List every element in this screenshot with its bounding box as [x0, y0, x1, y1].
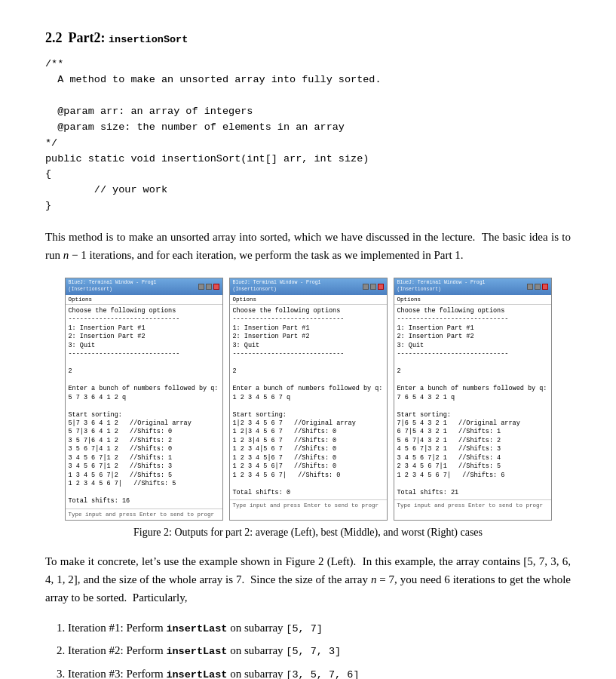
terminal-menu-left[interactable]: Options [66, 295, 222, 305]
body-paragraph-2: To make it concrete, let’s use the examp… [45, 552, 571, 607]
terminal-titlebar-left: BlueJ: Terminal Window - Prog1 (Insertio… [66, 278, 222, 295]
terminal-window-middle: BlueJ: Terminal Window - Prog1 (Insertio… [229, 278, 388, 521]
figure-container: BlueJ: Terminal Window - Prog1 (Insertio… [45, 278, 571, 521]
terminal-window-right: BlueJ: Terminal Window - Prog1 (Insertio… [394, 278, 552, 521]
terminal-input-middle[interactable]: Type input and press Enter to send to pr… [230, 499, 387, 511]
terminal-buttons-middle [363, 284, 384, 290]
terminal-menu-right[interactable]: Options [394, 295, 551, 305]
list-item: Iteration #1: Perform insertLast on suba… [68, 619, 571, 638]
section-title-label: Part2: insertionSort [69, 30, 188, 46]
method-name: insertLast [166, 668, 227, 679]
terminal-body-middle: Choose the following options -----------… [230, 305, 387, 499]
method-name: insertLast [166, 644, 227, 656]
maximize-icon-left[interactable] [206, 284, 212, 290]
terminal-menu-middle[interactable]: Options [230, 295, 387, 305]
minimize-icon-middle[interactable] [363, 284, 369, 290]
list-item: Iteration #3: Perform insertLast on suba… [68, 665, 571, 679]
minimize-icon-left[interactable] [198, 284, 204, 290]
terminal-title-middle: BlueJ: Terminal Window - Prog1 (Insertio… [233, 280, 363, 293]
terminal-title-left: BlueJ: Terminal Window - Prog1 (Insertio… [69, 280, 198, 293]
section-heading: 2.2 Part2: insertionSort [45, 30, 571, 46]
maximize-icon-middle[interactable] [370, 284, 376, 290]
figure-caption: Figure 2: Outputs for part 2: average (L… [45, 527, 571, 539]
close-icon-right[interactable] [542, 284, 548, 290]
iteration-list: Iteration #1: Perform insertLast on suba… [68, 619, 571, 679]
body-paragraph-1: This method is to make an unsorted array… [45, 228, 571, 264]
section-number: 2.2 [45, 30, 63, 46]
terminal-titlebar-middle: BlueJ: Terminal Window - Prog1 (Insertio… [230, 278, 387, 295]
terminal-body-left: Choose the following options -----------… [66, 305, 222, 508]
terminal-input-left[interactable]: Type input and press Enter to send to pr… [66, 508, 222, 520]
close-icon-left[interactable] [213, 284, 219, 290]
terminal-buttons-left [198, 284, 219, 290]
maximize-icon-right[interactable] [535, 284, 541, 290]
terminal-body-right: Choose the following options -----------… [394, 305, 551, 499]
terminal-window-left: BlueJ: Terminal Window - Prog1 (Insertio… [65, 278, 223, 521]
terminal-input-right[interactable]: Type input and press Enter to send to pr… [394, 499, 551, 511]
close-icon-middle[interactable] [378, 284, 384, 290]
terminal-titlebar-right: BlueJ: Terminal Window - Prog1 (Insertio… [394, 278, 551, 295]
minimize-icon-right[interactable] [527, 284, 533, 290]
method-name: insertLast [166, 622, 227, 634]
code-block: /** A method to make an unsorted array i… [45, 57, 571, 214]
terminal-title-right: BlueJ: Terminal Window - Prog1 (Insertio… [397, 280, 527, 293]
terminal-buttons-right [527, 284, 548, 290]
list-item: Iteration #2: Perform insertLast on suba… [68, 641, 571, 660]
